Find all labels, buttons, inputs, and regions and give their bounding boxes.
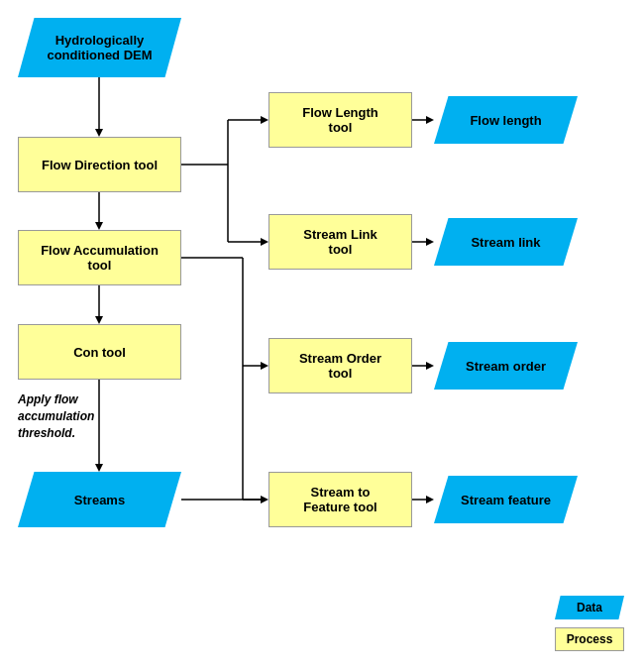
streams-shape: Streams [18, 472, 181, 527]
svg-marker-1 [95, 129, 103, 137]
svg-marker-18 [261, 362, 268, 370]
diagram: Hydrologically conditioned DEM Flow Dire… [0, 0, 644, 671]
flow-direction-tool: Flow Direction tool [18, 137, 181, 192]
stream-to-feature-tool: Stream to Feature tool [268, 472, 412, 527]
svg-marker-5 [95, 316, 103, 324]
legend-process-item: Process [555, 627, 624, 651]
legend-data-item: Data [555, 596, 624, 619]
legend-data-shape: Data [555, 596, 624, 619]
flow-length-output: Flow length [434, 96, 578, 144]
legend-process-shape: Process [555, 627, 624, 651]
svg-marker-11 [261, 116, 268, 124]
stream-link-tool: Stream Link tool [268, 214, 412, 270]
svg-marker-14 [261, 238, 268, 246]
con-tool: Con tool [18, 324, 181, 380]
svg-marker-27 [426, 362, 434, 370]
stream-feature-output: Stream feature [434, 476, 578, 523]
svg-marker-23 [426, 116, 434, 124]
stream-order-output: Stream order [434, 342, 578, 390]
svg-marker-3 [95, 222, 103, 230]
svg-marker-20 [261, 496, 268, 503]
svg-marker-7 [95, 464, 103, 472]
svg-marker-25 [426, 238, 434, 246]
note-text: Apply flow accumulation threshold. [18, 391, 94, 441]
flow-length-tool: Flow Length tool [268, 92, 412, 148]
dem-shape: Hydrologically conditioned DEM [18, 18, 181, 77]
legend: Data Process [555, 596, 624, 651]
svg-marker-29 [426, 496, 434, 503]
stream-order-tool: Stream Order tool [268, 338, 412, 393]
flow-accumulation-tool: Flow Accumulation tool [18, 230, 181, 285]
stream-link-output: Stream link [434, 218, 578, 266]
